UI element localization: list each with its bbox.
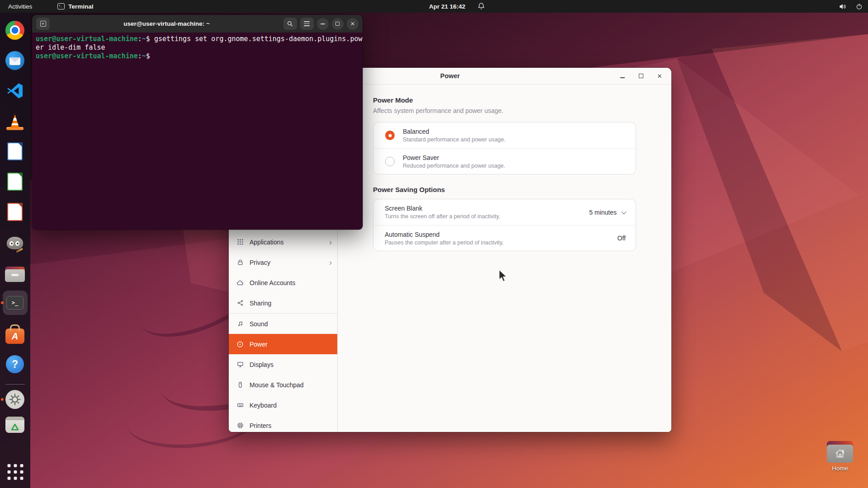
sidebar-item-label: Keyboard [250, 402, 277, 409]
sidebar-item-sharing[interactable]: Sharing [229, 293, 337, 313]
option-label: Power Saver [403, 154, 505, 161]
dock-item-help[interactable]: ? [5, 354, 25, 374]
sidebar-item-mouse-touchpad[interactable]: Mouse & Touchpad [229, 375, 337, 395]
files-icon [5, 267, 25, 282]
home-folder-label: Home [824, 465, 856, 472]
power-saving-card: Screen Blank Turns the screen off after … [373, 199, 636, 251]
row-label: Screen Blank [385, 205, 500, 212]
dock-item-libreoffice-writer[interactable] [5, 141, 25, 161]
dock-item-chrome[interactable] [5, 20, 25, 40]
command-text: gsettings set org.gnome.settings-daemon.… [150, 35, 363, 43]
gimp-icon [6, 236, 24, 252]
row-label: Automatic Suspend [385, 231, 504, 238]
top-bar: Activities ›_ Terminal Apr 21 16:42 [0, 0, 868, 13]
sidebar-item-keyboard[interactable]: Keyboard [229, 395, 337, 415]
command-text-wrapped: er idle-dim false [36, 43, 359, 52]
activities-button[interactable]: Activities [0, 0, 40, 13]
chevron-right-icon: › [329, 238, 332, 246]
volume-icon [839, 3, 847, 10]
dock-item-vlc[interactable] [5, 111, 25, 131]
dock-item-ubuntu-software[interactable]: A [5, 324, 25, 344]
new-tab-button[interactable]: + [36, 18, 50, 30]
dock-item-gimp[interactable] [5, 234, 25, 254]
home-folder-shortcut[interactable]: Home [824, 441, 856, 472]
dock-item-thunderbird[interactable] [5, 51, 25, 70]
close-button[interactable]: × [654, 70, 665, 81]
sidebar-item-label: Mouse & Touchpad [250, 381, 304, 389]
maximize-button[interactable] [636, 70, 646, 81]
dock: >_ A ? [0, 13, 30, 488]
dock-item-settings[interactable] [5, 389, 25, 409]
menu-button[interactable] [300, 18, 314, 30]
maximize-button[interactable] [332, 18, 344, 30]
sidebar-item-label: Sound [250, 320, 268, 328]
power-mode-option-power-saver[interactable]: Power Saver Reduced performance and powe… [373, 148, 636, 174]
sidebar-item-label: Printers [250, 422, 271, 429]
libreoffice-writer-icon [7, 142, 23, 160]
sidebar-item-printers[interactable]: Printers [229, 415, 337, 432]
dock-item-trash[interactable] [5, 415, 25, 435]
lock-icon [236, 259, 244, 266]
apps-grid-icon [236, 239, 244, 246]
keyboard-icon [236, 402, 244, 409]
sidebar-item-displays[interactable]: Displays [229, 354, 337, 375]
close-button[interactable]: × [347, 18, 359, 30]
system-status-area[interactable] [839, 0, 863, 13]
row-description: Turns the screen off after a period of i… [385, 213, 500, 220]
option-description: Standard performance and power usage. [403, 136, 505, 143]
minimize-button[interactable] [317, 18, 329, 30]
terminal-app-icon: ›_ [57, 3, 65, 9]
app-grid-button[interactable] [7, 464, 23, 480]
notification-bell-icon [477, 2, 485, 11]
dock-item-terminal[interactable]: >_ [5, 293, 25, 313]
dock-separator [5, 384, 25, 385]
power-status-icon [856, 3, 863, 10]
sidebar-item-online-accounts[interactable]: Online Accounts [229, 272, 337, 293]
power-mode-heading: Power Mode [373, 96, 636, 104]
sidebar-item-privacy[interactable]: Privacy › [229, 252, 337, 272]
share-icon [236, 300, 244, 307]
printer-icon [236, 422, 244, 429]
chevron-right-icon: › [329, 258, 332, 267]
minimize-button[interactable] [617, 70, 628, 81]
power-icon [236, 341, 244, 348]
terminal-icon: >_ [6, 296, 24, 310]
sidebar-item-label: Sharing [250, 300, 271, 307]
sidebar-item-label: Applications [250, 239, 284, 246]
radio-unselected[interactable] [385, 157, 395, 166]
mouse-cursor [498, 269, 511, 284]
automatic-suspend-value: Off [618, 235, 626, 242]
dock-item-vscode[interactable] [5, 81, 25, 101]
dock-item-libreoffice-calc[interactable] [5, 172, 25, 192]
home-folder-icon [827, 441, 853, 463]
focused-app-menu[interactable]: ›_ Terminal [57, 3, 93, 10]
chevron-down-icon [621, 209, 626, 214]
option-label: Balanced [403, 128, 505, 135]
search-button[interactable] [283, 18, 297, 30]
settings-icon [5, 390, 24, 409]
sidebar-item-label: Displays [250, 361, 274, 368]
dropdown-value: 5 minutes [589, 209, 617, 216]
sidebar-item-applications[interactable]: Applications › [229, 232, 337, 252]
help-icon: ? [6, 355, 24, 373]
terminal-content[interactable]: user@user-virtual-machine:~$ gsettings s… [32, 33, 363, 230]
sidebar-item-sound[interactable]: Sound [229, 314, 337, 334]
automatic-suspend-row[interactable]: Automatic Suspend Pauses the computer af… [373, 225, 636, 251]
sidebar-item-label: Privacy [250, 259, 270, 266]
clock-button[interactable]: Apr 21 16:42 [429, 0, 465, 13]
sidebar-item-label: Online Accounts [250, 279, 295, 286]
dock-item-libreoffice-impress[interactable] [5, 202, 25, 222]
house-icon [834, 448, 846, 459]
ubuntu-software-icon: A [5, 328, 24, 344]
radio-selected[interactable] [385, 131, 395, 140]
screen-blank-dropdown[interactable]: 5 minutes [589, 209, 626, 216]
sidebar-item-power[interactable]: Power [229, 334, 337, 354]
chrome-icon [5, 21, 24, 40]
dock-item-files[interactable] [5, 264, 25, 284]
terminal-titlebar[interactable]: + user@user-virtual-machine: ~ × [32, 15, 363, 33]
vscode-icon [6, 82, 24, 100]
power-mode-card: Balanced Standard performance and power … [373, 122, 636, 174]
hamburger-icon [304, 21, 310, 26]
running-indicator [1, 398, 4, 401]
power-mode-option-balanced[interactable]: Balanced Standard performance and power … [373, 122, 636, 148]
